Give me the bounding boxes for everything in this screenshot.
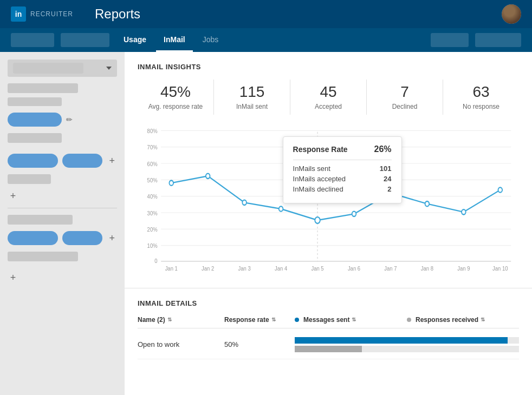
metric-avg-response-value: 45% [138,84,213,101]
tab-jobs[interactable]: Jobs [195,28,226,52]
tooltip-header: Response Rate 26% [293,144,392,154]
svg-point-31 [242,200,246,205]
add-button-1[interactable]: + [107,155,117,166]
sidebar-block-1 [8,83,78,93]
svg-text:Jan 9: Jan 9 [457,265,470,272]
sidebar-group-1 [8,83,117,106]
sidebar-tag-row-1: ✏ [8,113,117,127]
sidebar-group-2 [8,133,117,147]
tooltip-sent-value: 101 [380,164,392,173]
sidebar-tag-3[interactable] [62,154,102,168]
cell-rate: 50% [224,340,295,348]
insights-title: INMAIL INSIGHTS [138,63,519,71]
svg-point-38 [498,187,503,192]
bar-track-gray [295,346,519,352]
metric-inmail-sent-label: InMail sent [214,103,290,110]
table-header: Name (2) ⇅ Response rate ⇅ Messages sent… [138,316,519,328]
sidebar-dropdown[interactable] [8,60,117,77]
svg-text:Jan 4: Jan 4 [275,265,287,272]
tooltip-accepted-label: InMails accepted [293,175,346,183]
col-name-label: Name (2) [138,316,165,324]
svg-text:Jan 10: Jan 10 [492,265,508,272]
chart-tooltip: Response Rate 26% InMails sent 101 InMai… [283,136,402,203]
svg-point-29 [169,180,173,185]
add-button-2[interactable]: + [8,190,18,201]
tooltip-percentage: 26% [374,144,391,154]
svg-text:Jan 7: Jan 7 [384,265,397,272]
metric-declined: 7 Declined [367,80,443,115]
tooltip-declined-label: InMails declined [293,185,343,193]
svg-text:40%: 40% [147,193,158,200]
svg-text:Jan 6: Jan 6 [348,265,360,272]
svg-text:Jan 5: Jan 5 [311,265,323,272]
metric-accepted-value: 45 [290,84,366,101]
svg-text:Jan 8: Jan 8 [421,265,433,272]
sidebar-tag-2[interactable] [8,154,58,168]
col-name[interactable]: Name (2) ⇅ [138,316,224,324]
tooltip-row-sent: InMails sent 101 [293,164,392,173]
metric-no-response-value: 63 [443,84,519,101]
tab-usage[interactable]: Usage [116,28,154,52]
sidebar-tag-row-2: + [8,154,117,168]
bar-fill-gray [295,346,362,352]
col-msgs[interactable]: Messages sent ⇅ [295,316,407,324]
col-rate-label: Response rate [224,316,269,324]
svg-text:30%: 30% [147,209,158,216]
svg-text:Jan 2: Jan 2 [202,265,214,272]
tooltip-title: Response Rate [293,145,348,154]
svg-point-30 [206,173,210,178]
sidebar-separator [8,208,117,208]
header: in RECRUITER Reports [0,0,532,28]
chart-container: 80% 70% 60% 50% 40% 30% 20% 10% 0 [138,126,519,277]
logo-text: in [15,10,22,18]
sort-icon-name[interactable]: ⇅ [167,317,172,322]
nav-placeholder-4 [475,33,521,47]
tab-usage-label: Usage [124,35,146,44]
tab-inmail-label: InMail [164,35,185,44]
add-button-3[interactable]: + [107,233,117,243]
metric-accepted: 45 Accepted [290,80,367,115]
inmail-details: INMAIL DETAILS Name (2) ⇅ Response rate … [125,288,532,370]
svg-text:80%: 80% [147,127,158,134]
metric-avg-response-label: Avg. response rate [138,103,213,110]
linkedin-icon: in [11,6,26,22]
sidebar-tag-1[interactable] [8,113,62,127]
svg-point-32 [279,206,283,211]
tooltip-row-declined: InMails declined 2 [293,185,392,193]
col-resp[interactable]: Responses received ⇅ [407,316,519,324]
add-button-4[interactable]: + [8,272,18,283]
svg-text:Jan 1: Jan 1 [165,265,178,272]
bar-fill-blue [295,337,508,344]
sidebar: ✏ + + + + [0,52,125,395]
sidebar-section-block [8,215,73,225]
col-rate[interactable]: Response rate ⇅ [224,316,295,324]
metric-avg-response: 45% Avg. response rate [138,80,214,115]
nav-bar: Usage InMail Jobs [0,28,532,52]
svg-point-36 [425,201,430,206]
page-title: Reports [95,6,140,22]
table-row: Open to work 50% [138,331,519,359]
sort-icon-resp[interactable]: ⇅ [481,317,485,322]
sort-icon-rate[interactable]: ⇅ [271,317,276,322]
tab-inmail[interactable]: InMail [156,28,193,52]
tab-jobs-label: Jobs [203,35,219,44]
legend-dot-gray [407,318,411,322]
sidebar-dropdown-label [13,63,83,74]
sidebar-tag-5[interactable] [62,231,102,245]
tooltip-declined-value: 2 [387,185,391,193]
sidebar-group-4 [8,252,117,266]
metric-declined-value: 7 [367,84,443,101]
sidebar-tag-row-3: + [8,231,117,245]
svg-text:60%: 60% [147,160,158,167]
sidebar-block-2 [8,97,62,106]
recruiter-label: RECRUITER [30,10,73,18]
cell-bars [295,337,519,352]
cell-name: Open to work [138,340,224,348]
edit-icon[interactable]: ✏ [66,115,73,124]
tooltip-accepted-value: 24 [384,175,391,183]
sort-icon-msgs[interactable]: ⇅ [352,317,356,322]
sidebar-tag-4[interactable] [8,231,58,245]
inmail-insights: INMAIL INSIGHTS 45% Avg. response rate 1… [125,52,532,288]
details-title: INMAIL DETAILS [138,299,519,307]
avatar[interactable] [502,4,521,24]
